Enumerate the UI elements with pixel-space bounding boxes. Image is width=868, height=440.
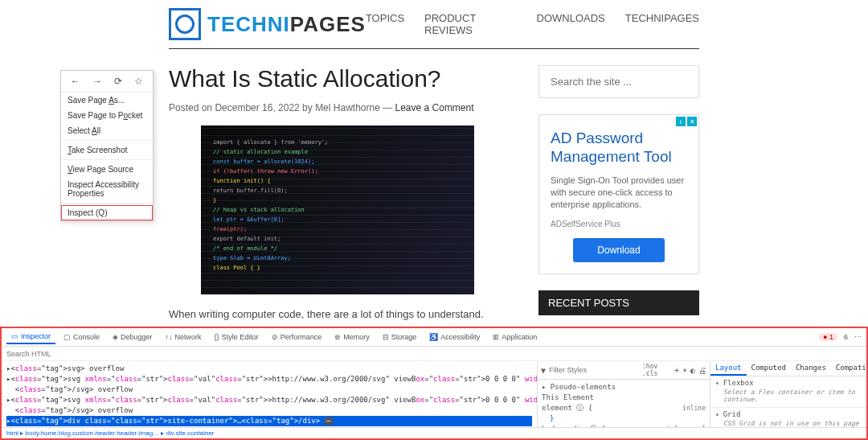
site-header: TECHNIPAGES TOPICS PRODUCT REVIEWS DOWNL…: [0, 0, 868, 48]
article: What Is Static Allocation? Posted on Dec…: [169, 65, 506, 356]
devtools-tab-performance[interactable]: ⊘Performance: [267, 331, 327, 343]
funnel-icon: ▼: [541, 366, 546, 375]
context-menu: ← → ⟳ ☆ Save Page As...Save Page to Pock…: [60, 70, 154, 221]
ctx-back-icon[interactable]: ←: [71, 76, 80, 87]
devtools-settings-icon[interactable]: ⋯: [854, 333, 862, 341]
ctx-item-view-page-source[interactable]: View Page Source: [61, 162, 153, 177]
compatibility-tab[interactable]: Compatibility: [831, 361, 866, 376]
hover-cls-toggle[interactable]: :hov .cls: [642, 363, 671, 377]
ctx-item-select-all[interactable]: Select All: [61, 123, 153, 138]
ctx-reload-icon[interactable]: ⟳: [114, 76, 122, 87]
layout-tab[interactable]: Layout: [710, 361, 747, 376]
devtools-html-tree[interactable]: ▸<class="tag">svg> overflow▸<class="tag"…: [2, 361, 537, 427]
article-hero-image: import { allocate } from 'memory'; // st…: [201, 125, 474, 294]
devtools-tab-debugger[interactable]: ◈Debugger: [108, 331, 158, 343]
ctx-item-save-page-as-[interactable]: Save Page As...: [61, 93, 153, 108]
light-mode-icon[interactable]: ☀: [682, 366, 687, 375]
ad-box: i ✕ AD Password Management Tool Single S…: [538, 114, 699, 274]
html-tree-line[interactable]: ▸<class="tag">svg xmlns="class="str">cla…: [6, 374, 532, 384]
ctx-item-inspect-q-[interactable]: Inspect (Q): [61, 205, 153, 220]
css-section-header[interactable]: ▸ Pseudo-elements: [542, 382, 706, 393]
site-logo[interactable]: TECHNIPAGES: [169, 8, 366, 40]
ad-download-button[interactable]: Download: [573, 238, 664, 262]
logo-text: TECHNIPAGES: [207, 12, 366, 37]
warning-count[interactable]: 6: [844, 333, 848, 341]
css-property[interactable]: }: [542, 413, 706, 424]
filter-styles-input[interactable]: [549, 366, 639, 374]
nav-technipages[interactable]: TECHNIPAGES: [625, 12, 699, 36]
devtools-tab-application[interactable]: ⊞Application: [488, 331, 542, 343]
ad-title[interactable]: AD Password Management Tool: [551, 130, 687, 167]
css-rule-selector[interactable]: element ⓘ {inline: [542, 403, 706, 413]
css-section-header[interactable]: This Element: [542, 393, 706, 403]
ad-close-icon[interactable]: ✕: [687, 117, 697, 126]
html-tree-line[interactable]: ▸<class="tag">svg> overflow: [6, 364, 532, 374]
computed-tab[interactable]: Computed: [747, 361, 791, 376]
main-nav: TOPICS PRODUCT REVIEWS DOWNLOADS TECHNIP…: [366, 12, 699, 36]
error-count-badge[interactable]: ● 1: [819, 333, 837, 341]
ctx-item-save-page-to-pocket[interactable]: Save Page to Pocket: [61, 108, 153, 123]
html-search-input[interactable]: [6, 350, 862, 358]
devtools-tab-storage[interactable]: ⊟Storage: [378, 331, 422, 343]
article-title: What Is Static Allocation?: [169, 65, 506, 93]
devtools-styles-panel: ▼ :hov .cls + ☀ ◐ 🖨 ▸ Pseudo-elementsThi…: [537, 361, 710, 427]
contrast-icon[interactable]: ◐: [690, 366, 695, 375]
devtools-tab-network[interactable]: ↑↓Network: [161, 331, 207, 343]
devtools-tab-memory[interactable]: ⊛Memory: [330, 331, 375, 343]
ctx-item-inspect-accessibility-properties[interactable]: Inspect Accessibility Properties: [61, 177, 153, 201]
print-icon[interactable]: 🖨: [698, 366, 706, 375]
grid-section[interactable]: Grid: [715, 410, 862, 418]
leave-comment-link[interactable]: Leave a Comment: [395, 102, 474, 113]
devtools-tab-accessibility[interactable]: ♿Accessibility: [424, 331, 485, 343]
add-rule-icon[interactable]: +: [674, 366, 679, 375]
ad-description: Single Sign-On Tool provides user with s…: [551, 175, 687, 212]
html-tree-line[interactable]: ▸<class="tag">svg xmlns="class="str">cla…: [6, 395, 532, 405]
ctx-bookmark-icon[interactable]: ☆: [134, 76, 143, 87]
changes-tab[interactable]: Changes: [791, 361, 831, 376]
devtools-tab-console[interactable]: ▢Console: [59, 331, 104, 343]
devtools-breadcrumb[interactable]: html ▸ body.home.blog.custom-header.head…: [2, 427, 866, 438]
sidebar: i ✕ AD Password Management Tool Single S…: [538, 65, 699, 356]
ctx-item-take-screenshot[interactable]: Take Screenshot: [61, 142, 153, 158]
html-tree-line[interactable]: ▸<class="tag">div class="class="str">sit…: [6, 416, 532, 426]
recent-posts-header: RECENT POSTS: [538, 290, 699, 315]
devtools-tab-inspector[interactable]: ▭Inspector: [6, 330, 55, 344]
devtools-tab-style-editor[interactable]: {}Style Editor: [210, 331, 264, 343]
devtools-layout-panel: Layout Computed Changes Compatibility Fl…: [710, 361, 866, 427]
nav-reviews[interactable]: PRODUCT REVIEWS: [424, 12, 516, 36]
flexbox-section[interactable]: Flexbox: [715, 379, 862, 387]
devtools-html-search[interactable]: [2, 347, 866, 361]
ad-info-icon[interactable]: i: [676, 117, 686, 126]
html-tree-line[interactable]: <class="tag">/svg> overflow: [6, 405, 532, 416]
devtools-tabs: ▭Inspector▢Console◈Debugger↑↓Network{}St…: [2, 328, 866, 347]
ad-brand: ADSelfService Plus: [551, 220, 687, 228]
article-meta: Posted on December 16, 2022 by Mel Hawth…: [169, 102, 506, 113]
logo-icon: [169, 8, 201, 40]
search-box[interactable]: [538, 65, 699, 98]
search-input[interactable]: [551, 76, 687, 88]
devtools-panel: ▭Inspector▢Console◈Debugger↑↓Network{}St…: [0, 327, 868, 440]
nav-topics[interactable]: TOPICS: [366, 12, 404, 36]
nav-downloads[interactable]: DOWNLOADS: [537, 12, 605, 36]
ctx-forward-icon[interactable]: →: [92, 76, 102, 87]
html-tree-line[interactable]: <class="tag">/svg> overflow: [6, 384, 532, 395]
